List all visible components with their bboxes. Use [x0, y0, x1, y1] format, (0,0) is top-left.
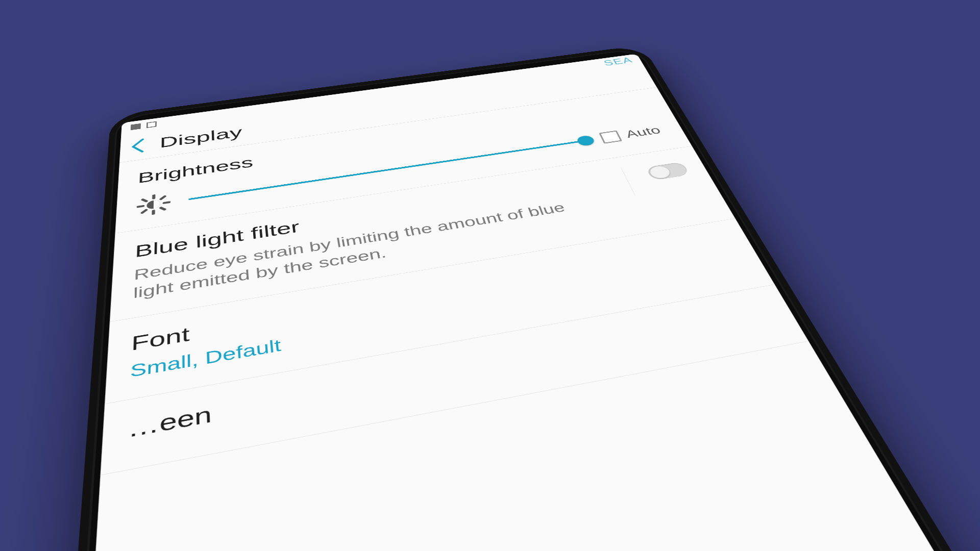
- back-icon[interactable]: [129, 137, 147, 155]
- auto-checkbox[interactable]: [599, 131, 622, 144]
- svg-line-7: [142, 210, 146, 213]
- blue-light-toggle[interactable]: [646, 162, 690, 181]
- status-icon-sd: [146, 121, 157, 128]
- svg-line-3: [138, 206, 143, 207]
- inline-divider: [621, 167, 635, 195]
- toggle-knob: [648, 165, 673, 180]
- status-icon-app: [131, 123, 141, 130]
- svg-line-4: [164, 203, 169, 204]
- svg-line-8: [161, 196, 164, 199]
- screen: SEA Display Brightness: [54, 54, 980, 551]
- brightness-icon: [136, 192, 170, 217]
- slider-thumb[interactable]: [575, 135, 596, 147]
- svg-line-5: [142, 199, 146, 202]
- auto-brightness[interactable]: Auto: [599, 124, 663, 144]
- phone-frame: SEA Display Brightness: [14, 45, 980, 551]
- svg-line-6: [161, 208, 164, 210]
- brightness-label: Brightness: [137, 154, 254, 187]
- auto-label: Auto: [623, 124, 663, 140]
